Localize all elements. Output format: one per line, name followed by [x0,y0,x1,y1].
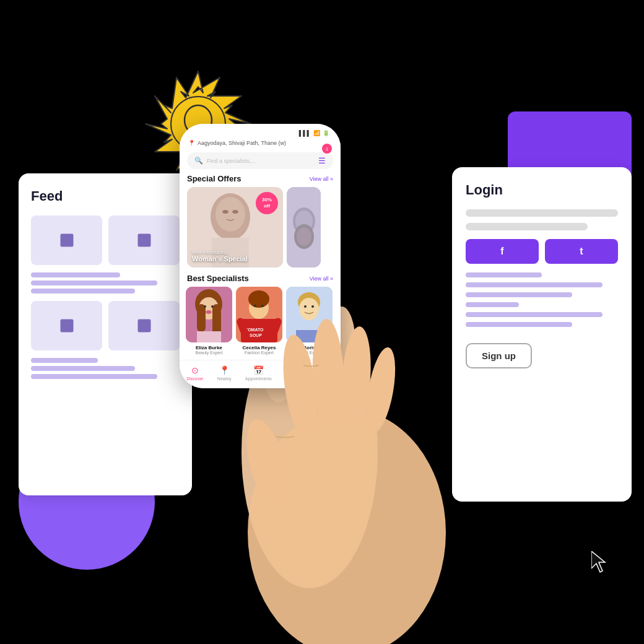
best-specialists-view-all[interactable]: View all » [310,276,333,282]
specialist-role: Beauty Expert [186,350,232,355]
status-icons: ▌▌▌ 📶 🔋 [299,130,329,136]
specialist-card[interactable]: Eliza Burke Beauty Expert [186,287,232,355]
nav-nearby[interactable]: 📍 Nearby [217,365,232,381]
wifi-icon: 📶 [313,130,320,136]
nav-profiles[interactable]: 👤 Profiles [319,365,333,381]
svg-point-25 [297,227,311,246]
svg-point-19 [232,210,238,214]
location-row: 📍 Aagyodaya, Shivaji Path, Thane (w) 1 [180,139,341,150]
svg-point-40 [248,290,269,308]
specialist-photo-cecelia: TOMATO SOUP [236,287,282,342]
search-icon: 🔍 [194,157,203,165]
svg-point-42 [261,305,264,307]
svg-point-48 [304,305,307,308]
best-specialists-title: Best Specialists [187,274,249,283]
phone-shell: ▌▌▌ 📶 🔋 📍 Aagyodaya, Shivaji Path, Thane… [180,124,341,388]
best-specialists-header: Best Specialists View all » [180,274,341,283]
feed-image-2 [108,215,180,265]
nav-messages[interactable]: 💬 Messages [285,365,305,381]
social-login-buttons: f t [466,239,618,264]
specialist-role: Facial Expert [286,350,333,355]
feed-line [31,289,135,294]
login-line [466,312,603,317]
twitter-login-button[interactable]: t [545,239,618,264]
feed-title: Feed [31,188,180,204]
notification-badge: 1 [322,144,332,154]
svg-rect-30 [212,304,221,335]
secondary-offer-card[interactable] [287,187,321,268]
feed-line [31,366,135,371]
battery-icon: 🔋 [323,130,329,136]
phone-mockup: ▌▌▌ 📶 🔋 📍 Aagyodaya, Shivaji Path, Thane… [180,124,347,388]
facebook-login-button[interactable]: f [466,239,539,264]
specialist-role: Fashion Expert [236,350,282,355]
svg-point-33 [206,310,212,314]
offers-carousel: 30% off Now introducing Woman's Special [180,187,341,274]
special-offers-header: Special Offers View all » [180,174,341,183]
feed-image-grid [31,215,180,265]
specialist-photo-eliza [186,287,232,342]
search-bar[interactable]: 🔍 Find a specialists,... ☰ [187,152,333,169]
login-card: Login f t Sign up [452,167,632,502]
bottom-nav: ⊙ Discover 📍 Nearby 📅 Appointments 💬 Mes… [180,360,341,388]
login-line [466,292,572,297]
status-bar: ▌▌▌ 📶 🔋 [180,124,341,139]
feed-line [31,358,98,363]
login-input-1 [466,209,618,217]
nav-discover[interactable]: ⊙ Discover [186,365,203,381]
svg-point-18 [222,210,228,214]
specialists-row: Eliza Burke Beauty Expert TOMATO SOUP [180,287,341,360]
svg-marker-0 [591,551,605,572]
nav-appointments[interactable]: 📅 Appointments [245,365,272,381]
svg-point-47 [299,298,319,320]
main-offer-card[interactable]: 30% off Now introducing Woman's Special [187,187,283,268]
svg-point-49 [311,305,314,308]
svg-point-31 [204,305,206,308]
svg-rect-50 [296,330,323,342]
nav-profiles-label: Profiles [319,376,333,381]
login-title: Login [466,182,618,198]
login-line [466,272,542,277]
specialist-name: Eliza Burke [186,345,232,350]
specialist-name: Cecelia Reyes [236,345,282,350]
search-placeholder: Find a specialists,... [207,158,256,164]
feed-card: Feed [19,173,192,495]
mouse-cursor [591,551,610,576]
feed-lines-2 [31,358,180,379]
svg-rect-29 [197,304,206,332]
login-line [466,322,572,327]
svg-point-52 [239,415,297,513]
signal-icon: ▌▌▌ [299,130,311,136]
filter-icon[interactable]: ☰ [318,156,326,165]
svg-point-41 [254,305,256,307]
specialist-card[interactable]: Boris Facial Expert [286,287,333,355]
specialist-card[interactable]: TOMATO SOUP Cecelia Reyes [236,287,282,355]
login-input-2 [466,223,588,230]
nav-messages-label: Messages [285,376,305,381]
special-offers-view-all[interactable]: View all » [310,176,333,182]
svg-rect-34 [197,331,221,342]
svg-point-56 [361,346,401,435]
feed-lines-1 [31,272,180,294]
login-line [466,282,603,287]
feed-line [31,281,157,285]
svg-point-51 [248,409,446,644]
login-line [466,302,519,307]
feed-line [31,374,157,379]
svg-point-32 [211,305,214,308]
svg-text:SOUP: SOUP [250,333,262,337]
feed-image-grid-2 [31,301,180,350]
svg-text:TOMATO: TOMATO [245,328,264,332]
svg-point-17 [215,197,245,232]
offer-discount-badge: 30% off [256,192,278,214]
specialist-photo-boris [286,287,333,342]
feed-image-1 [31,215,102,265]
feed-image-4 [108,301,180,350]
nearby-icon: 📍 [219,365,230,375]
nav-discover-label: Discover [186,376,203,381]
special-offers-title: Special Offers [187,174,241,183]
signup-button[interactable]: Sign up [466,343,532,368]
offer-text: Now introducing Woman's Special [192,250,248,263]
nav-appointments-label: Appointments [245,376,272,381]
feed-image-3 [31,301,102,350]
